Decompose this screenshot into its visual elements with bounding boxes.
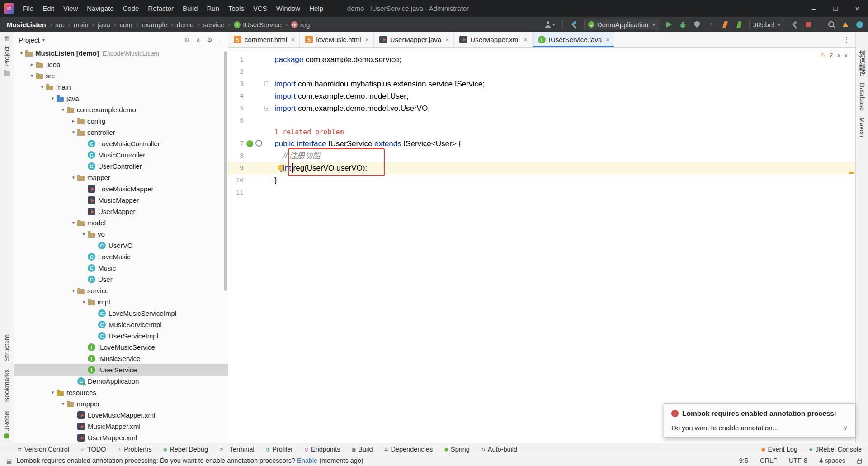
chevron-open-icon[interactable]: ▾: [49, 390, 57, 395]
tab-list-icon[interactable]: ⋮: [838, 32, 855, 47]
tree-item-LoveMusicController[interactable]: CLoveMusicController: [14, 138, 228, 149]
tree-item-MusicMapper[interactable]: MusicMapper: [14, 195, 228, 206]
tree-item-impl[interactable]: ▾impl: [14, 296, 228, 308]
file-encoding[interactable]: UTF-8: [789, 457, 807, 464]
chevron-open-icon[interactable]: ▾: [70, 288, 77, 294]
stop-button[interactable]: [804, 19, 812, 30]
tool-stripe-Bookmarks[interactable]: Bookmarks: [3, 369, 10, 402]
chevron-open-icon[interactable]: ▾: [70, 175, 77, 181]
tab-close-icon[interactable]: ×: [291, 36, 295, 43]
tree-item-config[interactable]: ▸config: [14, 115, 228, 127]
fold-marker-icon[interactable]: −: [264, 81, 269, 86]
fold-marker-icon[interactable]: −: [264, 106, 269, 111]
tree-item-IMusicService[interactable]: IIMusicService: [14, 353, 228, 364]
menu-item-window[interactable]: Window: [272, 0, 305, 17]
tab-close-icon[interactable]: ×: [524, 36, 528, 43]
tree-item-LoveMusicMapper[interactable]: LoveMusicMapper: [14, 183, 228, 195]
tree-item-.idea[interactable]: ▸.idea: [14, 59, 228, 70]
code-line-4[interactable]: 4import com.example.demo.model.User;: [228, 90, 855, 102]
chevron-open-icon[interactable]: ▾: [80, 299, 88, 305]
menu-item-code[interactable]: Code: [118, 0, 143, 17]
project-view-dropdown[interactable]: Project ▾: [19, 36, 45, 44]
tool-stripe-JRebel[interactable]: JRebel: [3, 410, 10, 438]
toolwindow-button-build[interactable]: ▣Build: [352, 446, 373, 453]
update-project-button[interactable]: [841, 19, 849, 30]
tree-item-IUserService[interactable]: IIUserService: [14, 364, 228, 376]
code-line-6[interactable]: 6: [228, 114, 855, 127]
statusbar-panel-icon[interactable]: ▤: [6, 457, 12, 464]
search-everywhere-button[interactable]: [827, 19, 835, 30]
debug-button[interactable]: [679, 19, 687, 30]
toolwindow-button-terminal[interactable]: >_Terminal: [220, 446, 254, 453]
profiler-button[interactable]: ◔: [707, 19, 715, 30]
coverage-button[interactable]: [693, 19, 701, 30]
chevron-closed-icon[interactable]: ▸: [28, 62, 36, 67]
tool-stripe-Maven[interactable]: Maven: [859, 117, 866, 137]
tree-item-com.example.demo[interactable]: ▾com.example.demo: [14, 104, 228, 115]
run-configuration-select[interactable]: DemoApplication ▾: [584, 19, 659, 30]
tree-item-LoveMusicMapper.xml[interactable]: LoveMusicMapper.xml: [14, 409, 228, 421]
tree-item-MusicMapper.xml[interactable]: MusicMapper.xml: [14, 421, 228, 432]
tree-item-main[interactable]: ▾main: [14, 81, 228, 93]
tree-item-UserVO[interactable]: CUserVO: [14, 240, 228, 251]
tree-item-MusicServiceImpl[interactable]: CMusicServiceImpl: [14, 319, 228, 330]
tree-item-vo[interactable]: ▾vo: [14, 228, 228, 240]
toolwindow-button-event-log[interactable]: ●Event Log: [762, 446, 797, 453]
tree-item-UserController[interactable]: CUserController: [14, 161, 228, 172]
tree-item-service[interactable]: ▾service: [14, 285, 228, 296]
indent-style[interactable]: 4 spaces: [819, 457, 845, 464]
editor-tab-UserMapper.xml[interactable]: UserMapper.xml×: [454, 32, 532, 47]
menu-item-tools[interactable]: Tools: [224, 0, 249, 17]
toolwindow-button-problems[interactable]: ⚠Problems: [118, 446, 151, 453]
ide-update-button[interactable]: [855, 19, 863, 30]
tab-close-icon[interactable]: ×: [606, 36, 609, 43]
settings-button[interactable]: ⚙: [207, 36, 213, 43]
tree-item-controller[interactable]: ▾controller: [14, 127, 228, 138]
notification-popup[interactable]: ! Lombok requires enabled annotation pro…: [664, 403, 855, 438]
menu-item-edit[interactable]: Edit: [38, 0, 59, 17]
breadcrumb-item-com[interactable]: com: [118, 20, 133, 29]
toolwindow-button-spring[interactable]: ●Spring: [444, 446, 470, 453]
next-problem-button[interactable]: ∨: [844, 52, 848, 58]
editor-tab-IUserService.java[interactable]: IIUserService.java×: [533, 32, 615, 47]
implemented-icon[interactable]: ↓: [255, 140, 262, 147]
tool-stripe-划词翻译[interactable]: 划词翻译: [857, 50, 867, 76]
breadcrumb-item-example[interactable]: example: [140, 20, 169, 29]
chevron-open-icon[interactable]: ▾: [49, 95, 57, 101]
menu-item-vcs[interactable]: VCS: [249, 0, 272, 17]
tree-item-MusicListen [demo][interactable]: ▾MusicListen [demo]E:\code\MusicListen: [14, 48, 228, 59]
toolwindow-button-dependencies[interactable]: ≡Dependencies: [385, 446, 433, 453]
prev-problem-button[interactable]: ∧: [836, 52, 840, 58]
toolwindow-button-rebel-debug[interactable]: ◉Rebel Debug: [164, 446, 208, 453]
enable-link[interactable]: Enable: [297, 457, 317, 464]
tree-item-java[interactable]: ▾java: [14, 93, 228, 104]
toolwindow-button-endpoints[interactable]: ◎Endpoints: [305, 446, 340, 453]
code-line-11[interactable]: 11: [228, 186, 855, 199]
jrebel-debug-button[interactable]: [735, 19, 743, 30]
tree-item-model[interactable]: ▾model: [14, 217, 228, 228]
tool-stripe-Database[interactable]: Database: [859, 83, 866, 111]
user-dropdown[interactable]: ▾: [544, 19, 555, 30]
chevron-open-icon[interactable]: ▾: [59, 107, 67, 113]
chevron-open-icon[interactable]: ▾: [80, 231, 88, 237]
tree-item-UserServiceImpl[interactable]: CUserServiceImpl: [14, 330, 228, 342]
toolwindow-button-jrebel-console[interactable]: ◆JRebel Console: [809, 446, 862, 453]
build-project-button[interactable]: [570, 19, 578, 30]
breadcrumb-item-main[interactable]: main: [72, 20, 90, 29]
code-line-8[interactable]: 8 // 注册功能: [228, 150, 855, 162]
code-line-7[interactable]: 7↓public interface IUserService extends …: [228, 138, 855, 150]
menu-item-help[interactable]: Help: [305, 0, 328, 17]
maximize-button[interactable]: □: [825, 0, 846, 17]
chevron-open-icon[interactable]: ▾: [70, 220, 77, 226]
menu-item-build[interactable]: Build: [178, 0, 202, 17]
chevron-open-icon[interactable]: ▾: [18, 50, 25, 56]
code-line-9[interactable]: 9 int reg(UserVO userVO);: [228, 162, 855, 174]
breadcrumb-item-MusicListen[interactable]: MusicListen: [5, 20, 47, 29]
chevron-closed-icon[interactable]: ▸: [70, 118, 77, 124]
tab-close-icon[interactable]: ×: [445, 36, 449, 43]
chevron-open-icon[interactable]: ▾: [59, 401, 67, 407]
tab-close-icon[interactable]: ×: [365, 36, 369, 43]
code-line-10[interactable]: 10}: [228, 174, 855, 186]
code-line-1[interactable]: 1package com.example.demo.service;: [228, 53, 855, 66]
hide-button[interactable]: ─: [219, 36, 223, 43]
